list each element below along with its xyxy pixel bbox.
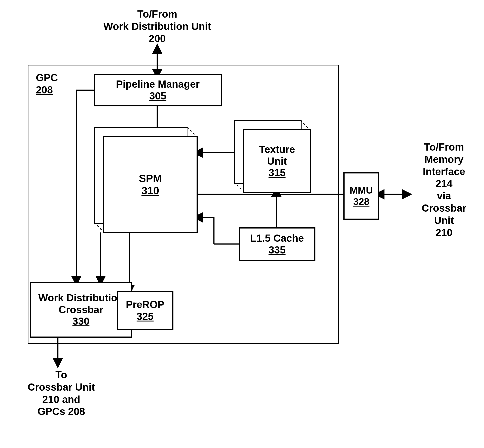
gpc-num: 208 bbox=[36, 84, 66, 96]
texture-line1: Texture bbox=[259, 144, 295, 155]
right-line2: Memory bbox=[413, 153, 475, 166]
l15-num: 335 bbox=[269, 244, 285, 256]
bottom-line4: GPCs 208 bbox=[21, 405, 102, 418]
prerop-box: PreROP 325 bbox=[117, 291, 174, 330]
right-line5: via bbox=[413, 190, 475, 202]
texture-num: 315 bbox=[269, 167, 285, 179]
right-line8: 210 bbox=[413, 227, 475, 239]
l15-name: L1.5 Cache bbox=[250, 232, 304, 244]
bottom-line2: Crossbar Unit bbox=[21, 381, 102, 393]
pipeline-manager-box: Pipeline Manager 305 bbox=[94, 74, 222, 106]
texture-unit-box: Texture Unit 315 bbox=[243, 129, 311, 193]
right-external-label: To/From Memory Interface 214 via Crossba… bbox=[413, 141, 475, 239]
spm-name: SPM bbox=[139, 172, 162, 184]
right-line6: Crossbar bbox=[413, 202, 475, 214]
bottom-line3: 210 and bbox=[21, 393, 102, 406]
bottom-external-label: To Crossbar Unit 210 and GPCs 208 bbox=[21, 369, 102, 418]
work-dist-crossbar-box: Work Distribution Crossbar 330 bbox=[30, 282, 132, 338]
gpc-name: GPC bbox=[36, 72, 66, 84]
mmu-num: 328 bbox=[353, 196, 369, 207]
prerop-num: 325 bbox=[137, 311, 154, 322]
right-line7: Unit bbox=[413, 214, 475, 227]
texture-line2: Unit bbox=[267, 155, 287, 167]
right-line3: Interface bbox=[413, 166, 475, 178]
mmu-name: MMU bbox=[350, 185, 373, 196]
spm-num: 310 bbox=[142, 184, 159, 197]
gpc-label: GPC 208 bbox=[36, 72, 66, 96]
wdx-line2: Crossbar bbox=[58, 304, 103, 316]
top-line1: To/From bbox=[86, 8, 229, 20]
wdx-line1: Work Distribution bbox=[38, 292, 124, 304]
diagram-canvas: To/From Work Distribution Unit 200 GPC 2… bbox=[0, 0, 484, 448]
bottom-line1: To bbox=[21, 369, 102, 381]
spm-box: SPM 310 bbox=[103, 136, 198, 233]
pipeline-manager-name: Pipeline Manager bbox=[116, 78, 200, 90]
wdx-num: 330 bbox=[72, 315, 89, 327]
l15-cache-box: L1.5 Cache 335 bbox=[239, 227, 315, 261]
top-external-label: To/From Work Distribution Unit 200 bbox=[86, 8, 229, 45]
right-line1: To/From bbox=[413, 141, 475, 153]
right-line4: 214 bbox=[413, 178, 475, 190]
prerop-name: PreROP bbox=[126, 299, 164, 311]
mmu-box: MMU 328 bbox=[343, 172, 379, 220]
pipeline-manager-num: 305 bbox=[149, 90, 166, 102]
top-line2: Work Distribution Unit bbox=[86, 20, 229, 33]
top-line3: 200 bbox=[86, 33, 229, 45]
